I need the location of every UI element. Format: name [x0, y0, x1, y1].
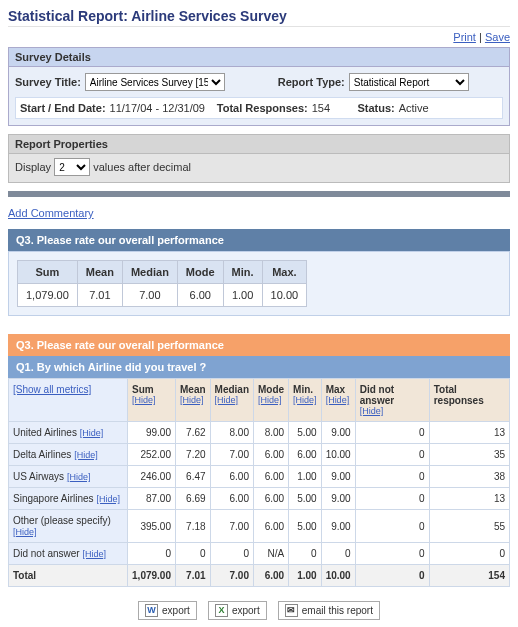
- status-label: Status:: [357, 102, 394, 114]
- q3-stats-block: Sum Mean Median Mode Min. Max. 1,079.00 …: [8, 251, 510, 316]
- val-min: 1.00: [223, 284, 262, 307]
- col-min: Min.[Hide]: [289, 379, 322, 422]
- hide-link[interactable]: [Hide]: [215, 395, 249, 405]
- crosstab-header-top: Q3. Please rate our overall performance: [8, 334, 510, 356]
- q3-stats-head: Sum Mean Median Mode Min. Max.: [18, 261, 307, 284]
- cell: 87.00: [128, 488, 176, 510]
- hide-link[interactable]: [Hide]: [180, 395, 206, 405]
- val-median: 7.00: [122, 284, 177, 307]
- total-resp-value: 154: [312, 102, 330, 114]
- cell: 10.00: [321, 565, 355, 587]
- cell: 6.00: [254, 488, 289, 510]
- hide-link[interactable]: [Hide]: [326, 395, 351, 405]
- table-row: Singapore Airlines [Hide]87.006.696.006.…: [9, 488, 510, 510]
- cell: 7.00: [210, 565, 253, 587]
- hide-link[interactable]: [Hide]: [360, 406, 425, 416]
- add-commentary-link[interactable]: Add Commentary: [8, 207, 94, 219]
- survey-details-body: Survey Title: Airline Services Survey [1…: [9, 67, 509, 125]
- excel-icon: X: [215, 604, 228, 617]
- hide-link[interactable]: [Hide]: [74, 450, 98, 460]
- row-header: Delta Airlines [Hide]: [9, 444, 128, 466]
- val-sum: 1,079.00: [18, 284, 78, 307]
- table-row: Delta Airlines [Hide]252.007.207.006.006…: [9, 444, 510, 466]
- display-suffix: values after decimal: [93, 161, 191, 173]
- cell: 9.00: [321, 510, 355, 543]
- hide-link[interactable]: [Hide]: [293, 395, 317, 405]
- row-header: US Airways [Hide]: [9, 466, 128, 488]
- cell: 0: [175, 543, 210, 565]
- col-min: Min.: [223, 261, 262, 284]
- cell: 0: [355, 565, 429, 587]
- cell: N/A: [254, 543, 289, 565]
- hide-link[interactable]: [Hide]: [96, 494, 120, 504]
- q3-stats-row: 1,079.00 7.01 7.00 6.00 1.00 10.00: [18, 284, 307, 307]
- cell: 5.00: [289, 510, 322, 543]
- email-report-button[interactable]: ✉ email this report: [278, 601, 380, 620]
- col-mean: Mean: [77, 261, 122, 284]
- hide-link[interactable]: [Hide]: [13, 527, 37, 537]
- cell: 246.00: [128, 466, 176, 488]
- cell: 5.00: [289, 422, 322, 444]
- cell: 6.00: [254, 565, 289, 587]
- hide-link[interactable]: [Hide]: [82, 549, 106, 559]
- export-row: W export X export ✉ email this report: [8, 601, 510, 620]
- hide-link[interactable]: [Hide]: [258, 395, 284, 405]
- decimal-select[interactable]: 2: [54, 158, 90, 176]
- page-title: Statistical Report: Airline Services Sur…: [8, 8, 510, 27]
- cell: 7.18: [175, 510, 210, 543]
- cell: 0: [289, 543, 322, 565]
- col-max: Max.: [262, 261, 307, 284]
- export-excel-button[interactable]: X export: [208, 601, 267, 620]
- hide-link[interactable]: [Hide]: [132, 395, 171, 405]
- cell: 6.00: [289, 444, 322, 466]
- cell: 0: [355, 543, 429, 565]
- cell: 6.47: [175, 466, 210, 488]
- print-link[interactable]: Print: [453, 31, 476, 43]
- col-max: Max[Hide]: [321, 379, 355, 422]
- hide-link[interactable]: [Hide]: [67, 472, 91, 482]
- col-mode: Mode[Hide]: [254, 379, 289, 422]
- row-header: Singapore Airlines [Hide]: [9, 488, 128, 510]
- cell: 7.00: [210, 510, 253, 543]
- cell: 154: [429, 565, 509, 587]
- cell: 252.00: [128, 444, 176, 466]
- row-header: United Airlines [Hide]: [9, 422, 128, 444]
- val-max: 10.00: [262, 284, 307, 307]
- date-value: 11/17/04 - 12/31/09: [110, 102, 205, 114]
- top-actions: Print | Save: [8, 31, 510, 43]
- cell: 0: [128, 543, 176, 565]
- cell: 6.69: [175, 488, 210, 510]
- cell: 5.00: [289, 488, 322, 510]
- report-type-label: Report Type:: [278, 76, 345, 88]
- save-link[interactable]: Save: [485, 31, 510, 43]
- cell: 9.00: [321, 466, 355, 488]
- export-word-button[interactable]: W export: [138, 601, 197, 620]
- display-label: Display: [15, 161, 51, 173]
- word-icon: W: [145, 604, 158, 617]
- cell: 6.00: [254, 510, 289, 543]
- col-mean: Mean[Hide]: [175, 379, 210, 422]
- show-all-metrics[interactable]: [Show all metrics]: [9, 379, 128, 422]
- cell: 0: [355, 488, 429, 510]
- report-props-panel: Report Properties Display 2 values after…: [8, 134, 510, 183]
- crosstab-table: [Show all metrics] Sum[Hide] Mean[Hide] …: [8, 378, 510, 587]
- cell: 13: [429, 422, 509, 444]
- val-mean: 7.01: [77, 284, 122, 307]
- report-props-body: Display 2 values after decimal: [9, 154, 509, 182]
- col-mode: Mode: [177, 261, 223, 284]
- col-total: Total responses: [429, 379, 509, 422]
- hide-link[interactable]: [Hide]: [80, 428, 104, 438]
- table-row: Did not answer [Hide]000N/A0000: [9, 543, 510, 565]
- sep: |: [476, 31, 485, 43]
- table-row: Other (please specify) [Hide]395.007.187…: [9, 510, 510, 543]
- cell: 6.00: [210, 466, 253, 488]
- cell: 0: [355, 466, 429, 488]
- cell: 6.00: [210, 488, 253, 510]
- row-header: Did not answer [Hide]: [9, 543, 128, 565]
- survey-title-select[interactable]: Airline Services Survey [15: [85, 73, 225, 91]
- cell: 395.00: [128, 510, 176, 543]
- cell: 0: [355, 422, 429, 444]
- val-mode: 6.00: [177, 284, 223, 307]
- table-row: Total1,079.007.017.006.001.0010.000154: [9, 565, 510, 587]
- report-type-select[interactable]: Statistical Report: [349, 73, 469, 91]
